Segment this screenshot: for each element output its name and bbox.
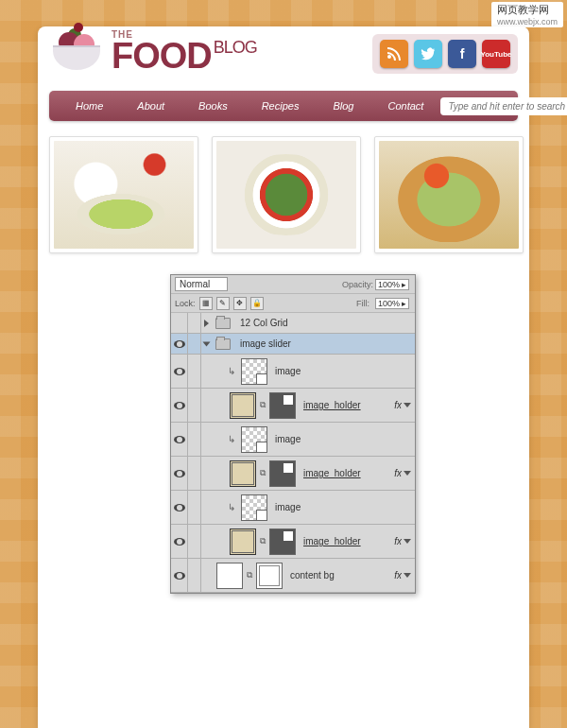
visibility-toggle[interactable]: [171, 355, 188, 388]
layer-name-label[interactable]: image_holder: [303, 536, 394, 546]
layer-row[interactable]: 12 Col Grid: [171, 313, 415, 334]
fx-badge[interactable]: fx: [394, 468, 402, 478]
visibility-toggle[interactable]: [171, 491, 188, 524]
clip-indicator-icon: ↳: [228, 502, 235, 512]
link-column: [188, 389, 201, 422]
eye-icon: [174, 436, 185, 443]
lock-position-icon[interactable]: ✥: [233, 297, 247, 310]
vector-mask-thumbnail[interactable]: [269, 460, 296, 487]
layer-thumbnail[interactable]: [230, 460, 256, 487]
layer-row[interactable]: ↳image: [171, 423, 415, 457]
link-column: [188, 457, 201, 490]
facebook-icon[interactable]: f: [448, 40, 476, 68]
layer-name-label[interactable]: 12 Col Grid: [240, 318, 415, 328]
link-column: [188, 313, 201, 333]
layer-thumbnail[interactable]: [230, 392, 256, 419]
fill-input[interactable]: 100%▸: [375, 298, 409, 309]
nav-books[interactable]: Books: [181, 100, 245, 112]
youtube-icon[interactable]: YouTube: [482, 40, 510, 68]
fill-label: Fill:: [356, 299, 369, 308]
lock-pixels-icon[interactable]: ✎: [216, 297, 230, 310]
watermark: 网页教学网 www.webjx.com: [491, 2, 563, 27]
logo-icon: [49, 28, 104, 74]
slider-image-2[interactable]: [212, 136, 361, 253]
lock-transparency-icon[interactable]: ▦: [199, 297, 213, 310]
fx-badge[interactable]: fx: [394, 536, 402, 546]
layer-name-label[interactable]: image: [275, 366, 415, 376]
nav-home[interactable]: Home: [59, 100, 120, 112]
fx-disclosure-icon[interactable]: [404, 471, 411, 476]
fx-badge[interactable]: fx: [394, 570, 402, 581]
visibility-toggle[interactable]: [171, 559, 188, 592]
nav-contact[interactable]: Contact: [370, 100, 440, 112]
layer-name-label[interactable]: image_holder: [303, 468, 394, 478]
visibility-toggle[interactable]: [171, 334, 188, 354]
eye-icon: [174, 402, 185, 409]
layer-row[interactable]: ⧉image_holderfx: [171, 457, 415, 491]
layer-name-label[interactable]: image slider: [240, 338, 415, 349]
main-nav: Home About Books Recipes Blog Contact: [49, 91, 518, 121]
layer-thumbnail[interactable]: [241, 426, 267, 453]
layer-name-label[interactable]: image_holder: [303, 400, 394, 410]
layer-name-label[interactable]: content bg: [290, 570, 394, 581]
social-bar: f YouTube: [372, 34, 518, 74]
image-slider: [49, 136, 524, 253]
layer-thumbnail[interactable]: [241, 358, 267, 385]
layer-thumbnail[interactable]: [230, 529, 256, 555]
nav-recipes[interactable]: Recipes: [245, 100, 317, 112]
eye-icon: [174, 470, 185, 477]
layer-name-label[interactable]: image: [275, 502, 415, 512]
watermark-sub: www.webjx.com: [497, 17, 558, 26]
visibility-toggle[interactable]: [171, 423, 188, 456]
link-chain-icon[interactable]: ⧉: [258, 535, 267, 548]
rss-icon[interactable]: [380, 40, 408, 68]
opacity-input[interactable]: 100%▸: [375, 279, 409, 290]
layer-thumbnail[interactable]: [241, 494, 267, 521]
nav-about[interactable]: About: [120, 100, 181, 112]
slider-image-3[interactable]: [374, 136, 524, 253]
layer-row[interactable]: ⧉image_holderfx: [171, 525, 415, 559]
fx-disclosure-icon[interactable]: [404, 539, 411, 544]
eye-icon: [174, 538, 185, 546]
logo-food: FOODBLOG: [112, 40, 257, 72]
slider-image-1[interactable]: [49, 136, 198, 253]
clip-indicator-icon: ↳: [228, 434, 235, 444]
layer-row[interactable]: ⧉content bgfx: [171, 559, 415, 593]
lock-all-icon[interactable]: 🔒: [250, 297, 264, 310]
layer-row[interactable]: image slider: [171, 334, 415, 355]
opacity-label: Opacity:: [342, 280, 373, 289]
disclosure-triangle-icon[interactable]: [203, 341, 211, 346]
fx-disclosure-icon[interactable]: [404, 403, 411, 407]
eye-icon: [174, 504, 185, 511]
vector-mask-thumbnail[interactable]: [256, 563, 283, 589]
layer-thumbnail[interactable]: [216, 563, 243, 589]
disclosure-triangle-icon[interactable]: [204, 320, 209, 327]
search-input[interactable]: [440, 97, 567, 115]
folder-icon: [215, 318, 231, 329]
visibility-toggle[interactable]: [171, 313, 188, 333]
nav-blog[interactable]: Blog: [316, 100, 370, 112]
twitter-icon[interactable]: [414, 40, 442, 68]
link-column: [188, 525, 201, 558]
link-chain-icon[interactable]: ⧉: [258, 399, 267, 412]
link-chain-icon[interactable]: ⧉: [245, 569, 254, 582]
layer-list: 12 Col Gridimage slider↳image⧉image_hold…: [171, 313, 415, 593]
layer-row[interactable]: ↳image: [171, 491, 415, 525]
eye-icon: [174, 368, 185, 375]
visibility-toggle[interactable]: [171, 525, 188, 558]
layer-name-label[interactable]: image: [275, 434, 415, 444]
blend-mode-select[interactable]: Normal: [175, 277, 228, 291]
visibility-toggle[interactable]: [171, 389, 188, 422]
fx-badge[interactable]: fx: [394, 400, 402, 410]
link-column: [188, 423, 201, 456]
visibility-toggle[interactable]: [171, 457, 188, 490]
link-column: [188, 559, 201, 592]
fx-disclosure-icon[interactable]: [404, 573, 411, 578]
vector-mask-thumbnail[interactable]: [269, 392, 296, 419]
layer-row[interactable]: ↳image: [171, 355, 415, 389]
logo-text: THE FOODBLOG: [112, 29, 257, 72]
vector-mask-thumbnail[interactable]: [269, 529, 296, 555]
layer-row[interactable]: ⧉image_holderfx: [171, 389, 415, 423]
link-column: [188, 491, 201, 524]
link-chain-icon[interactable]: ⧉: [258, 467, 267, 480]
